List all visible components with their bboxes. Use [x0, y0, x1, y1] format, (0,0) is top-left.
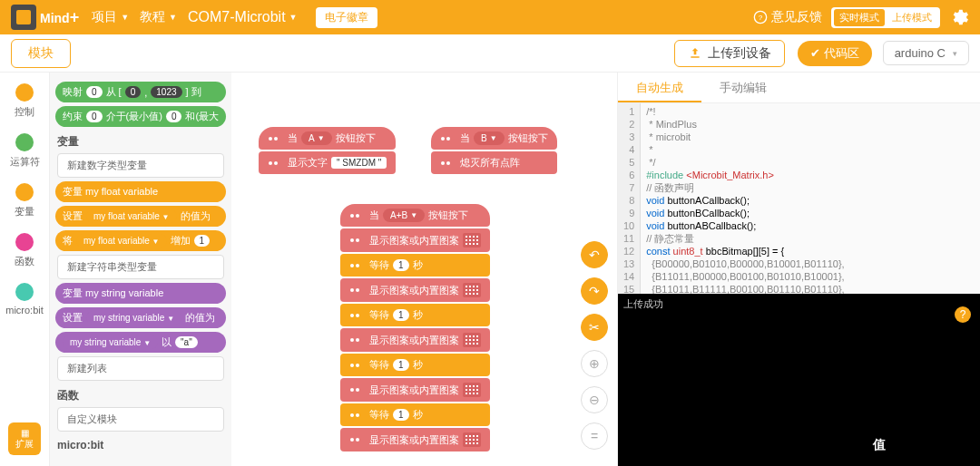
main-content: 控制 运算符 变量 函数 micro:bit ▦扩展 映射0 从 [0 ,102…	[0, 73, 980, 466]
chevron-down-icon: ▼	[143, 339, 151, 347]
project-name-chip[interactable]: 电子徽章	[316, 7, 377, 28]
hat-when-ab: 当 A+B▼ 按钮按下	[340, 204, 490, 227]
block-show-pattern[interactable]: 显示图案或内置图案	[340, 378, 490, 402]
chevron-down-icon: ▼	[169, 13, 177, 22]
chevron-down-icon: ▼	[121, 13, 129, 22]
help-icon[interactable]: ?	[955, 306, 971, 323]
code-lines: /*! * MindPlus * microbit * */ #include …	[641, 103, 849, 294]
upload-button[interactable]: 上传到设备	[674, 40, 785, 67]
plus-icon: ▦	[21, 428, 29, 438]
zoom-out-button[interactable]: ⊖	[581, 386, 608, 413]
block-join-string[interactable]: my string variable ▼ 以"a"	[55, 332, 226, 353]
redo-button[interactable]: ↷	[581, 277, 608, 305]
code-area-button[interactable]: ✔ 代码区	[798, 41, 872, 66]
block-wait[interactable]: 等待1秒	[340, 304, 490, 326]
block-change-var[interactable]: 将 my float variable ▼ 增加1	[55, 230, 226, 251]
undo-button[interactable]: ↶	[581, 241, 608, 268]
block-show-pattern[interactable]: 显示图案或内置图案	[340, 278, 490, 302]
text-input[interactable]: " SMZDM "	[331, 157, 387, 169]
zoom-in-button[interactable]: ⊕	[581, 350, 608, 377]
matrix-icon[interactable]	[463, 333, 481, 347]
crop-button[interactable]: ✂	[581, 314, 608, 341]
tab-auto-generate[interactable]: 自动生成	[618, 73, 701, 102]
zoom-reset-button[interactable]: =	[581, 422, 608, 450]
block-set-string[interactable]: 设置 my string variable ▼ 的值为	[55, 307, 226, 328]
block-show-text[interactable]: 显示文字 " SMZDM "	[259, 151, 396, 174]
block-wait[interactable]: 等待1秒	[340, 254, 490, 277]
cat-operators[interactable]: 运算符	[10, 133, 40, 169]
menu-project[interactable]: 项目▼	[92, 9, 129, 25]
block-var-string[interactable]: 变量 my string variable	[55, 283, 226, 304]
logo-icon	[11, 5, 36, 30]
matrix-icon[interactable]	[463, 233, 481, 248]
menu-tutorial[interactable]: 教程▼	[140, 9, 177, 25]
cat-functions[interactable]: 函数	[15, 233, 34, 268]
hat-when-b: 当 B▼ 按钮按下	[431, 127, 557, 150]
chevron-down-icon: ▼	[289, 13, 298, 22]
mode-switch[interactable]: 实时模式 上传模式	[831, 7, 940, 28]
extensions-button[interactable]: ▦扩展	[8, 422, 41, 455]
button-select-b[interactable]: B▼	[474, 131, 505, 145]
console-status: 上传成功	[623, 298, 663, 309]
connector-icon	[268, 158, 284, 169]
code-editor[interactable]: 123456789101112131415161718 /*! * MindPl…	[618, 103, 980, 294]
matrix-icon[interactable]	[463, 283, 481, 297]
app-header: Mind+ 项目▼ 教程▼ COM7-Microbit▼ 电子徽章 ? 意见反馈…	[0, 0, 980, 34]
connector-icon	[349, 210, 366, 221]
canvas-controls: ↶ ↷ ✂ ⊕ ⊖ =	[581, 241, 608, 450]
custom-block-button[interactable]: 自定义模块	[57, 407, 224, 432]
menu-board[interactable]: COM7-Microbit▼	[188, 9, 297, 25]
block-var-float[interactable]: 变量 my float variable	[55, 181, 226, 202]
stack-a[interactable]: 当 A▼ 按钮按下 显示文字 " SMZDM "	[259, 127, 396, 174]
block-canvas[interactable]: 当 A▼ 按钮按下 显示文字 " SMZDM " 当 B▼ 按钮按下 熄灭所有点…	[231, 73, 617, 466]
toolbar: 模块 上传到设备 ✔ 代码区 arduino C▾	[0, 34, 980, 73]
stack-b[interactable]: 当 B▼ 按钮按下 熄灭所有点阵	[431, 127, 557, 174]
watermark: 值 什么值得买	[867, 433, 969, 457]
section-variables: 变量	[57, 134, 224, 150]
code-tabs: 自动生成 手动编辑	[618, 73, 980, 103]
section-functions: 函数	[57, 388, 224, 403]
gear-icon[interactable]	[949, 7, 969, 27]
block-show-pattern[interactable]: 显示图案或内置图案	[340, 228, 490, 252]
new-list-button[interactable]: 新建列表	[57, 356, 224, 381]
line-gutter: 123456789101112131415161718	[618, 103, 641, 294]
block-constrain[interactable]: 约束0 介于(最小值)0 和(最大	[55, 106, 226, 127]
block-show-pattern[interactable]: 显示图案或内置图案	[340, 328, 490, 352]
chevron-down-icon: ▾	[953, 49, 957, 58]
block-palette: 映射0 从 [0 ,1023 ] 到 约束0 介于(最小值)0 和(最大 变量 …	[50, 73, 231, 466]
new-string-var-button[interactable]: 新建字符串类型变量	[57, 255, 224, 279]
check-icon: ✔	[810, 46, 820, 60]
tab-manual-edit[interactable]: 手动编辑	[701, 73, 785, 102]
new-number-var-button[interactable]: 新建数字类型变量	[57, 153, 224, 178]
bubble-icon: ?	[753, 10, 768, 24]
connector-icon	[440, 133, 456, 144]
button-select-ab[interactable]: A+B▼	[383, 209, 425, 222]
category-rail: 控制 运算符 变量 函数 micro:bit ▦扩展	[0, 73, 50, 466]
block-clear-matrix[interactable]: 熄灭所有点阵	[431, 151, 557, 174]
connector-icon	[440, 158, 456, 169]
mode-realtime[interactable]: 实时模式	[834, 9, 885, 26]
block-map[interactable]: 映射0 从 [0 ,1023 ] 到	[55, 82, 226, 102]
block-show-pattern[interactable]: 显示图案或内置图案	[340, 428, 490, 451]
block-set-var[interactable]: 设置 my float variable ▼ 的值为	[55, 206, 226, 227]
button-select-a[interactable]: A▼	[301, 131, 332, 145]
code-panel: 自动生成 手动编辑 123456789101112131415161718 /*…	[617, 73, 980, 466]
stack-ab[interactable]: 当 A+B▼ 按钮按下 显示图案或内置图案 等待1秒 显示图案或内置图案 等待1…	[340, 204, 490, 451]
chevron-down-icon: ▼	[167, 315, 174, 323]
matrix-icon[interactable]	[463, 432, 481, 447]
block-wait[interactable]: 等待1秒	[340, 354, 490, 376]
matrix-icon[interactable]	[463, 383, 481, 397]
cat-variables[interactable]: 变量	[15, 183, 34, 218]
tab-blocks[interactable]: 模块	[11, 39, 71, 68]
brand-name: Mind+	[40, 8, 92, 27]
mode-upload[interactable]: 上传模式	[887, 9, 937, 26]
cat-microbit[interactable]: micro:bit	[5, 283, 44, 316]
feedback-link[interactable]: ? 意见反馈	[753, 9, 822, 25]
chevron-down-icon: ▼	[162, 213, 170, 221]
cat-control[interactable]: 控制	[15, 83, 34, 119]
upload-icon	[688, 46, 702, 61]
block-wait[interactable]: 等待1秒	[340, 403, 490, 426]
section-microbit: micro:bit	[57, 439, 224, 451]
language-select[interactable]: arduino C▾	[883, 41, 969, 65]
connector-icon	[268, 133, 284, 144]
